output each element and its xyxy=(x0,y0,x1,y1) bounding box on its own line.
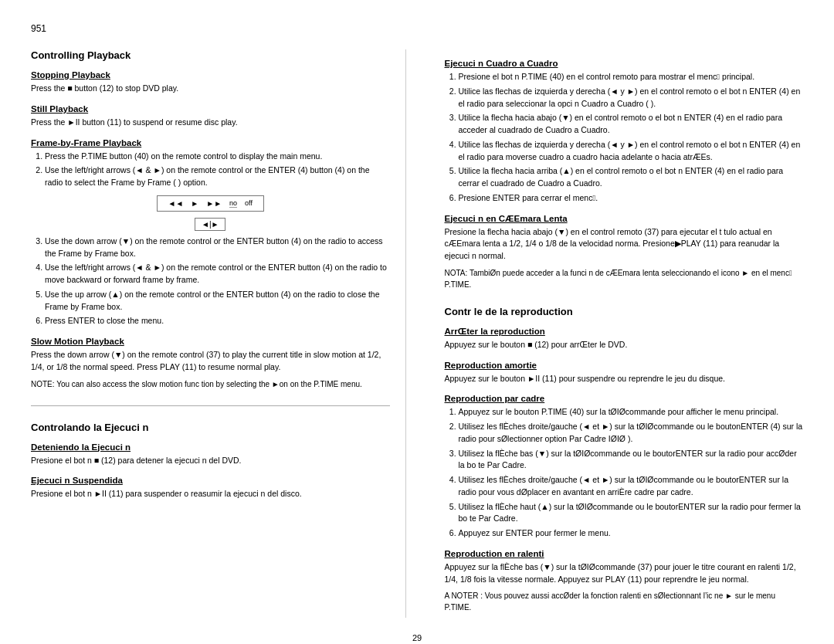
left-section-title: Controlling Playback xyxy=(31,49,390,61)
list-item: Presione ENTER para cerrar el menc . xyxy=(459,192,804,205)
camara-lenta-section: Ejecuci n en CÆEmara Lenta Presione la f… xyxy=(445,214,804,290)
still-playback-body: Press the ►II button (11) to suspend or … xyxy=(31,117,390,129)
deteniendo-title: Deteniendo la Ejecuci n xyxy=(31,442,390,452)
frame-by-frame-list-2: Use the down arrow (▼) on the remote con… xyxy=(31,236,390,327)
camara-lenta-body: Presione la flecha hacia abajo (▼) en el… xyxy=(445,226,804,263)
frame-by-frame-list: Press the P.TIME button (40) on the remo… xyxy=(31,151,390,189)
cuadro-cuadro-list: Presione el bot n P.TIME (40) en el cont… xyxy=(445,71,804,205)
frame-by-frame-title: Frame-by-Frame Playback xyxy=(31,138,390,147)
slow-motion-title: Slow Motion Playback xyxy=(31,337,390,346)
page-number-top: 951 xyxy=(31,23,803,34)
frame-by-frame-section: Frame-by-Frame Playback Press the P.TIME… xyxy=(31,138,390,328)
ejecucion-suspendida-title: Ejecuci n Suspendida xyxy=(31,476,390,485)
list-item: Utilisez les flÈches droite/gauche (◄ et… xyxy=(459,421,804,446)
cuadro-cuadro-title: Ejecuci n Cuadro a Cuadro xyxy=(445,59,804,68)
reproduction-en-ralenti-body: Appuyez sur la flÈche bas (▼) sur la tØI… xyxy=(445,561,804,586)
left-divider xyxy=(31,405,390,406)
list-item: Use the down arrow (▼) on the remote con… xyxy=(45,236,390,260)
list-item: Press ENTER to close the menu. xyxy=(45,315,390,327)
still-playback-section: Still Playback Press the ►II button (11)… xyxy=(31,104,390,129)
list-item: Use the up arrow (▲) on the remote contr… xyxy=(45,289,390,314)
list-item: Utilisez les flÈches droite/gauche (◄ et… xyxy=(459,474,804,499)
list-item: Appuyez sur le bouton P.TIME (40) sur la… xyxy=(459,406,804,419)
reproduction-amortie-body: Appuyez sur le bouton ►II (11) pour susp… xyxy=(445,373,804,385)
frame-diagram: ◄◄ ► ►► no off xyxy=(157,195,264,212)
arreter-section: ArrŒter la reproduction Appuyez sur le b… xyxy=(445,327,804,351)
slow-motion-section: Slow Motion Playback Press the down arro… xyxy=(31,337,390,390)
two-column-layout: Controlling Playback Stopping Playback P… xyxy=(31,49,803,618)
deteniendo-section: Deteniendo la Ejecuci n Presione el bot … xyxy=(31,442,390,467)
arreter-title: ArrŒter la reproduction xyxy=(445,327,804,336)
slow-motion-body: Press the down arrow (▼) on the remote c… xyxy=(31,349,390,374)
stopping-playback-section: Stopping Playback Press the ■ button (12… xyxy=(31,70,390,95)
diagram-play: ► xyxy=(191,199,198,208)
list-item: Appuyez sur ENTER pour fermer le menu. xyxy=(459,527,804,540)
arreter-body: Appuyez sur le bouton ■ (12) pour arrŒte… xyxy=(445,339,804,351)
list-item: Utilisez la flÈche bas (▼) sur la tØIØco… xyxy=(459,448,804,473)
diagram-no: no xyxy=(229,199,237,208)
french-section-title: Contr le de la reproduction xyxy=(445,306,804,317)
deteniendo-body: Presione el bot n ■ (12) para detener la… xyxy=(31,455,390,467)
diagram-frame-icon: ◄|► xyxy=(195,218,225,231)
right-column: Ejecuci n Cuadro a Cuadro Presione el bo… xyxy=(437,49,804,618)
reproduction-en-ralenti-note: A NOTER : Vous pouvez aussi accØder la f… xyxy=(445,590,804,613)
left-column: Controlling Playback Stopping Playback P… xyxy=(31,49,406,618)
page-number-bottom: 29 xyxy=(31,633,803,642)
reproduction-en-ralenti-section: Reproduction en ralenti Appuyez sur la f… xyxy=(445,549,804,614)
spanish-section-title: Controlando la Ejecuci n xyxy=(31,422,390,433)
cuadro-cuadro-section: Ejecuci n Cuadro a Cuadro Presione el bo… xyxy=(445,59,804,205)
list-item: Use the left/right arrows (◄ & ►) on the… xyxy=(45,164,390,189)
ejecucion-suspendida-body: Presione el bot n ►II (11) para suspende… xyxy=(31,488,390,500)
diagram-left-arrow: ◄◄ xyxy=(168,199,184,208)
list-item: Utilisez la flÈche haut (▲) sur la tØIØc… xyxy=(459,501,804,526)
list-item: Utilice la flecha hacia abajo (▼) en el … xyxy=(459,112,804,137)
french-section: Contr le de la reproduction ArrŒter la r… xyxy=(445,306,804,614)
still-playback-title: Still Playback xyxy=(31,104,390,114)
diagram-forward: ►► xyxy=(206,199,222,208)
camara-lenta-note: NOTA: TambiØn puede acceder a la funci n… xyxy=(445,267,804,290)
ejecucion-suspendida-section: Ejecuci n Suspendida Presione el bot n ►… xyxy=(31,476,390,500)
list-item: Utilice la flecha hacia arriba (▲) en el… xyxy=(459,165,804,190)
list-item: Presione el bot n P.TIME (40) en el cont… xyxy=(459,71,804,83)
stopping-playback-body: Press the ■ button (12) to stop DVD play… xyxy=(31,83,390,95)
list-item: Press the P.TIME button (40) on the remo… xyxy=(45,151,390,163)
reproduction-amortie-title: Reproduction amortie xyxy=(445,361,804,370)
reproduction-par-cadre-list: Appuyez sur le bouton P.TIME (40) sur la… xyxy=(445,406,804,540)
diagram-off: off xyxy=(245,199,253,207)
reproduction-en-ralenti-title: Reproduction en ralenti xyxy=(445,549,804,558)
reproduction-par-cadre-title: Reproduction par cadre xyxy=(445,394,804,403)
slow-motion-note: NOTE: You can also access the slow motio… xyxy=(31,378,390,390)
page: 951 Controlling Playback Stopping Playba… xyxy=(0,0,834,644)
reproduction-par-cadre-section: Reproduction par cadre Appuyez sur le bo… xyxy=(445,394,804,540)
camara-lenta-title: Ejecuci n en CÆEmara Lenta xyxy=(445,214,804,223)
list-item: Utilice las flechas de izquierda y derec… xyxy=(459,139,804,164)
list-item: Utilice las flechas de izquierda y derec… xyxy=(459,86,804,110)
reproduction-amortie-section: Reproduction amortie Appuyez sur le bout… xyxy=(445,361,804,385)
stopping-playback-title: Stopping Playback xyxy=(31,70,390,80)
list-item: Use the left/right arrows (◄ & ►) on the… xyxy=(45,262,390,286)
